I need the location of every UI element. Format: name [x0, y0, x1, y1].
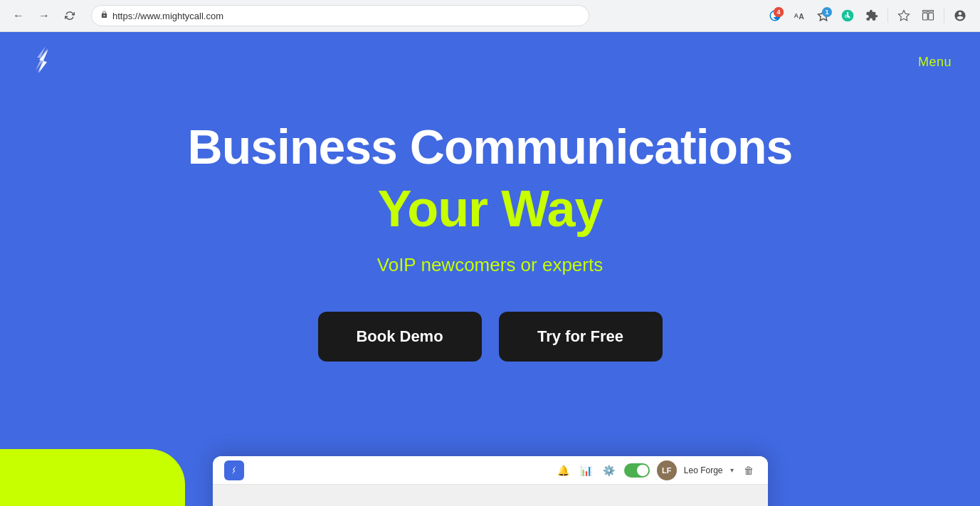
toggle-switch	[624, 463, 650, 478]
favorites-icon[interactable]: 1	[812, 4, 835, 27]
favorites-star-icon[interactable]	[892, 4, 915, 27]
user-avatar: LF	[657, 460, 677, 480]
svg-text:A: A	[799, 12, 804, 21]
dropdown-icon: ▾	[730, 466, 734, 474]
dashboard-preview: 🔔 📊 ⚙️ LF Leo Forge ▾ 🗑	[213, 456, 768, 506]
extensions-icon[interactable]	[860, 4, 883, 27]
svg-rect-6	[929, 13, 934, 20]
yellow-accent-decoration	[0, 449, 185, 506]
browser-toolbar: 4 4 A A 1 G	[764, 4, 971, 27]
browser-chrome: ← → https://www.mightycall.com 4 4 A	[0, 0, 980, 32]
text-size-icon[interactable]: A A	[788, 4, 811, 27]
hero-title-line2: Your Way	[14, 181, 966, 237]
forward-button[interactable]: →	[34, 6, 54, 26]
back-button[interactable]: ←	[9, 6, 28, 26]
svg-rect-8	[929, 11, 934, 12]
hero-buttons: Book Demo Try for Free	[14, 312, 966, 362]
toolbar-divider2	[944, 9, 944, 23]
website-content: Menu Business Communications Your Way Vo…	[0, 32, 980, 506]
dashboard-topbar: 🔔 📊 ⚙️ LF Leo Forge ▾ 🗑	[213, 456, 768, 485]
book-demo-button[interactable]: Book Demo	[318, 312, 482, 362]
settings-icon: ⚙️	[601, 463, 617, 478]
url-text: https://www.mightycall.com	[112, 11, 580, 21]
collections-icon[interactable]	[917, 4, 939, 27]
site-logo[interactable]	[28, 46, 60, 78]
logo-icon	[28, 46, 60, 78]
svg-text:A: A	[794, 12, 799, 19]
extension-edge-icon[interactable]: 4 4	[764, 4, 786, 27]
dashboard-logo-icon	[224, 460, 244, 480]
hero-title-line1: Business Communications	[14, 120, 966, 174]
security-lock-icon	[100, 10, 108, 21]
extension-badge2: 1	[822, 7, 832, 17]
user-name: Leo Forge	[684, 465, 723, 475]
menu-button[interactable]: Menu	[918, 55, 952, 70]
svg-text:G: G	[845, 14, 848, 19]
profile-icon[interactable]	[949, 4, 971, 27]
extension-badge: 4	[774, 7, 784, 17]
dashboard-icons: 🔔 📊 ⚙️ LF Leo Forge ▾ 🗑	[556, 460, 757, 480]
try-for-free-button[interactable]: Try for Free	[499, 312, 663, 362]
svg-rect-5	[923, 13, 928, 20]
site-nav: Menu	[0, 32, 980, 92]
grammarly-icon[interactable]: G	[836, 4, 859, 27]
hero-section: Business Communications Your Way VoIP ne…	[0, 92, 980, 411]
bell-icon: 🔔	[556, 463, 571, 478]
reload-button[interactable]	[60, 6, 80, 26]
hero-subtitle: VoIP newcomers or experts	[14, 254, 966, 276]
toolbar-divider	[887, 9, 888, 23]
svg-rect-7	[923, 11, 928, 12]
trash-icon: 🗑	[741, 463, 757, 478]
address-bar[interactable]: https://www.mightycall.com	[91, 5, 589, 26]
chart-icon: 📊	[579, 463, 594, 478]
